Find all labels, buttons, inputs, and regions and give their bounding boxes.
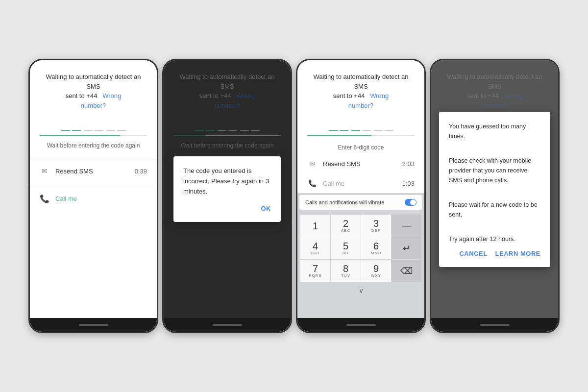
divider-2 [30,185,157,185]
sms-header-1: Waiting to automatically detect an SMS s… [30,60,157,116]
segment-2 [84,124,103,131]
progress-bar-3 [307,135,371,136]
code-input-1 [30,116,157,133]
dialog-text-2: The code you entered is incorrect. Pleas… [183,166,271,196]
dialog-text-4b: Please check with your mobile provider t… [449,156,540,185]
home-indicator-4 [480,324,510,326]
key-2[interactable]: 2ABC [331,215,361,237]
dialog-text-4c: Please wait for a new code to be sent. [449,200,540,220]
dash-4 [95,130,103,131]
segment-3a [329,124,348,131]
bottom-bar-2 [164,318,291,332]
message-icon-3: ✉ [307,159,317,169]
resend-timer-1: 0:39 [135,168,147,175]
resend-row-3[interactable]: ✉ Resend SMS 2:03 [297,154,424,173]
key-1[interactable]: 1 [300,215,330,237]
call-row-1[interactable]: 📞 Call me [30,189,157,208]
dialog-actions-4: CANCEL LEARN MORE [449,250,540,257]
key-enter[interactable]: ↵ [392,237,421,259]
dialog-box-2: The code you entered is incorrect. Pleas… [173,156,281,221]
key-3[interactable]: 3DEF [361,215,391,237]
home-indicator-2 [213,324,242,326]
dash-1 [61,130,70,131]
key-backspace[interactable]: ⌫ [392,260,421,282]
bottom-bar-1 [30,318,157,332]
progress-container-1 [40,135,147,136]
resend-timer-3: 2:03 [402,160,415,168]
segment-3c [374,124,393,131]
notification-bar-3: Calls and notifications will vibrate [299,195,422,210]
call-label-1: Call me [55,195,77,202]
dash-3a [329,130,338,131]
wrong-link-3[interactable]: Wrong [370,92,389,99]
resend-label-1: Resend SMS [55,168,129,175]
key-dash[interactable]: — [392,215,421,237]
header-text-2: sent to +44 [66,92,98,99]
screen-3-content: Waiting to automatically detect an SMS s… [297,60,424,318]
screen-2-content: Waiting to automatically detect an SMS s… [164,60,291,318]
header-text-1: Waiting to automatically detect an SMS [46,73,141,90]
key-6[interactable]: 6MNO [361,237,391,259]
phone-screen-4: Waiting to automatically detect an SMS s… [430,59,560,333]
phone-screen-1: Waiting to automatically detect an SMS s… [28,59,158,333]
dash-3f [385,130,393,131]
phone-screen-3: Waiting to automatically detect an SMS s… [296,59,426,333]
guessed-dialog-4: You have guessed too many times. Please … [431,60,558,318]
screen-4-content: Waiting to automatically detect an SMS s… [431,60,558,318]
learn-more-button-4[interactable]: LEARN MORE [495,250,540,257]
sms-header-3: Waiting to automatically detect an SMS s… [297,60,424,116]
dialog-text-4d: Try again after 12 hours. [449,234,540,244]
dash-2 [72,130,81,131]
dash-6 [117,130,126,131]
key-7[interactable]: 7PQRS [300,260,330,282]
resend-row-1[interactable]: ✉ Resend SMS 0:39 [30,161,157,181]
number-link-3[interactable]: number? [307,101,415,111]
dash-3e [374,130,383,131]
key-4[interactable]: 4GHI [300,237,330,259]
phone-screen-2: Waiting to automatically detect an SMS s… [162,59,292,333]
segment-1 [61,124,81,131]
bottom-bar-3 [297,318,424,332]
call-label-3: Call me [323,180,396,187]
segment-3b [351,124,371,131]
wait-text-1: Wait before entering the code again [30,138,157,153]
call-row-3[interactable]: 📞 Call me 1:03 [297,173,424,193]
number-link-1[interactable]: number? [40,101,147,111]
call-timer-3: 1:03 [402,180,415,187]
error-dialog-2: The code you entered is incorrect. Pleas… [164,60,291,318]
numpad-3: 1 2ABC 3DEF — 4GHI 5JKL 6MNO ↵ 7PQRS 8TU… [297,212,424,285]
collapse-arrow-3[interactable]: ∨ [297,285,424,296]
dialog-text-4a: You have guessed too many times. [449,122,540,141]
bottom-bar-4 [431,318,558,332]
phone-icon-1: 📞 [40,194,49,203]
wrong-link-1[interactable]: Wrong [102,92,121,99]
ok-button-2[interactable]: OK [261,205,271,212]
dialog-actions-2: OK [183,205,271,212]
home-indicator-3 [346,324,376,326]
progress-bar-1 [40,135,120,136]
message-icon-1: ✉ [40,166,49,176]
dash-3b [340,130,348,131]
dash-3 [84,130,93,131]
home-indicator-1 [79,324,108,326]
big-dialog-box-4: You have guessed too many times. Please … [439,112,550,267]
progress-container-3 [307,135,415,136]
toggle-3[interactable] [405,199,416,206]
segment-3 [106,124,126,131]
dash-5 [106,130,115,131]
call-icon-3: 📞 [307,178,317,188]
enter-code-label: Enter 6-digit code [297,138,424,154]
numpad-area: Calls and notifications will vibrate 1 2… [297,193,424,318]
key-8[interactable]: 8TUV [331,260,361,282]
header-text-3b: sent to +44 [333,92,365,99]
key-5[interactable]: 5JKL [331,237,361,259]
code-input-3[interactable] [297,116,424,133]
key-9[interactable]: 9WXY [361,260,391,282]
resend-label-3: Resend SMS [323,160,396,168]
dash-3d [362,130,371,131]
cancel-button-4[interactable]: CANCEL [459,250,487,257]
dash-3c [351,130,360,131]
screen-1-content: Waiting to automatically detect an SMS s… [30,60,157,318]
notification-text-3: Calls and notifications will vibrate [305,199,384,205]
header-text-3a: Waiting to automatically detect an SMS [314,73,409,90]
